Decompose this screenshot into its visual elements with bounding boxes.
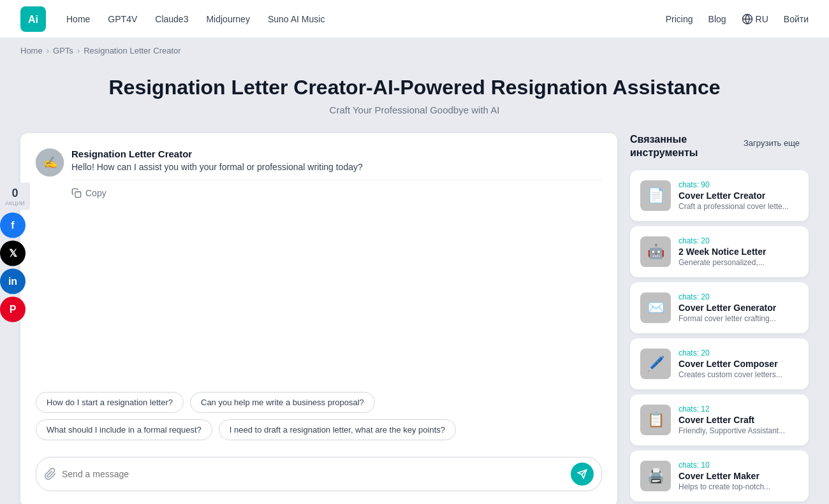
related-thumb-5: 🖨️ <box>640 461 671 491</box>
linkedin-share-button[interactable]: in <box>0 268 26 294</box>
page-title: Resignation Letter Creator-AI-Powered Re… <box>20 76 809 99</box>
bot-message: ✍ Resignation Letter Creator Hello! How … <box>36 148 602 198</box>
related-cards-container: 📄 chats: 90 Cover Letter Creator Craft a… <box>630 170 809 501</box>
header-right: Pricing Blog RU Войти <box>666 13 809 25</box>
load-more-button[interactable]: Загрузить еще <box>735 133 809 153</box>
related-name-0: Cover Letter Creator <box>679 191 798 201</box>
suggestions: How do I start a resignation letter? Can… <box>36 379 602 447</box>
send-button[interactable] <box>571 463 594 486</box>
main-nav: Home GPT4V Claude3 Midjourney Suno AI Mu… <box>66 14 666 24</box>
social-count: 0 <box>5 186 25 199</box>
suggestion-chip-3[interactable]: What should I include in a formal reques… <box>36 419 212 440</box>
related-chats-4: chats: 12 <box>679 405 798 414</box>
bot-message-content: Resignation Letter Creator Hello! How ca… <box>71 148 602 198</box>
logo[interactable]: Ai <box>20 6 46 32</box>
related-thumb-1: 🤖 <box>640 236 671 267</box>
related-card[interactable]: 🖨️ chats: 10 Cover Letter Maker Helps to… <box>630 450 809 501</box>
send-icon <box>577 469 587 479</box>
login-button[interactable]: Войти <box>784 14 809 24</box>
related-info-0: chats: 90 Cover Letter Creator Craft a p… <box>679 180 798 211</box>
related-name-2: Cover Letter Generator <box>679 303 798 313</box>
x-share-button[interactable]: 𝕏 <box>0 240 26 266</box>
svg-text:✍: ✍ <box>43 155 58 169</box>
svg-rect-5 <box>75 192 81 198</box>
related-name-4: Cover Letter Craft <box>679 415 798 425</box>
svg-text:Ai: Ai <box>28 14 38 25</box>
nav-claude3[interactable]: Claude3 <box>155 14 188 24</box>
related-chats-1: chats: 20 <box>679 236 798 245</box>
input-area <box>36 457 602 491</box>
related-name-3: Cover Letter Composer <box>679 359 798 369</box>
suggestion-row-1: How do I start a resignation letter? Can… <box>36 392 602 413</box>
related-card[interactable]: 📄 chats: 90 Cover Letter Creator Craft a… <box>630 170 809 221</box>
suggestion-row-2: What should I include in a formal reques… <box>36 419 602 440</box>
blog-link[interactable]: Blog <box>708 14 726 24</box>
main-content: ✍ Resignation Letter Creator Hello! How … <box>0 133 829 504</box>
related-desc-1: Generate personalized,... <box>679 258 798 267</box>
breadcrumb-current: Resignation Letter Creator <box>84 46 180 55</box>
related-info-4: chats: 12 Cover Letter Craft Friendly, S… <box>679 405 798 435</box>
related-thumb-0: 📄 <box>640 180 671 211</box>
breadcrumb: Home › GPTs › Resignation Letter Creator <box>0 38 829 63</box>
pricing-link[interactable]: Pricing <box>666 14 693 24</box>
bot-avatar: ✍ <box>36 148 64 176</box>
related-info-3: chats: 20 Cover Letter Composer Creates … <box>679 349 798 379</box>
nav-home[interactable]: Home <box>66 14 90 24</box>
nav-midjourney[interactable]: Midjourney <box>206 14 249 24</box>
related-name-5: Cover Letter Maker <box>679 471 798 481</box>
bot-greeting: Hello! How can I assist you with your fo… <box>71 162 602 172</box>
related-chats-5: chats: 10 <box>679 461 798 470</box>
related-card[interactable]: ✉️ chats: 20 Cover Letter Generator Form… <box>630 282 809 333</box>
breadcrumb-gpts[interactable]: GPTs <box>53 46 73 55</box>
nav-suno[interactable]: Suno AI Music <box>268 14 325 24</box>
related-card[interactable]: 🖊️ chats: 20 Cover Letter Composer Creat… <box>630 338 809 389</box>
suggestion-chip-2[interactable]: Can you help me write a business proposa… <box>190 392 375 413</box>
related-name-1: 2 Week Notice Letter <box>679 247 798 257</box>
related-desc-2: Formal cover letter crafting... <box>679 314 798 323</box>
related-card[interactable]: 📋 chats: 12 Cover Letter Craft Friendly,… <box>630 394 809 445</box>
related-card[interactable]: 🤖 chats: 20 2 Week Notice Letter Generat… <box>630 226 809 277</box>
copy-button[interactable]: Copy <box>71 188 106 198</box>
header: Ai Home GPT4V Claude3 Midjourney Suno AI… <box>0 0 829 38</box>
breadcrumb-home[interactable]: Home <box>20 46 43 55</box>
attach-button[interactable] <box>44 468 57 480</box>
related-info-2: chats: 20 Cover Letter Generator Formal … <box>679 292 798 323</box>
paperclip-icon <box>44 468 57 480</box>
copy-icon <box>71 188 82 198</box>
sidebar-title: Связанные инструменты <box>630 133 735 160</box>
related-desc-0: Craft a professional cover lette... <box>679 202 798 211</box>
social-sidebar: 0 АКЦИИ f 𝕏 in P <box>0 182 30 322</box>
related-thumb-2: ✉️ <box>640 292 671 323</box>
related-desc-4: Friendly, Supportive Assistant... <box>679 426 798 435</box>
sidebar: Связанные инструменты Загрузить еще 📄 ch… <box>630 133 809 504</box>
page-subtitle: Craft Your Professional Goodbye with AI <box>20 104 809 115</box>
suggestion-chip-1[interactable]: How do I start a resignation letter? <box>36 392 184 413</box>
breadcrumb-sep-2: › <box>77 46 80 55</box>
related-desc-3: Creates custom cover letters... <box>679 370 798 379</box>
related-thumb-4: 📋 <box>640 405 671 435</box>
social-label: АКЦИИ <box>5 199 25 206</box>
related-chats-0: chats: 90 <box>679 180 798 189</box>
related-desc-5: Helps to create top-notch... <box>679 482 798 491</box>
page-title-section: Resignation Letter Creator-AI-Powered Re… <box>0 63 829 133</box>
globe-icon <box>742 13 753 25</box>
facebook-share-button[interactable]: f <box>0 212 26 238</box>
message-input[interactable] <box>62 469 571 479</box>
related-thumb-3: 🖊️ <box>640 349 671 379</box>
logo-icon: Ai <box>20 6 46 32</box>
related-chats-3: chats: 20 <box>679 349 798 357</box>
chat-panel: ✍ Resignation Letter Creator Hello! How … <box>20 133 617 504</box>
bot-name: Resignation Letter Creator <box>71 148 602 159</box>
sidebar-header: Связанные инструменты Загрузить еще <box>630 133 809 160</box>
nav-gpt4v[interactable]: GPT4V <box>108 14 137 24</box>
suggestion-chip-4[interactable]: I need to draft a resignation letter, wh… <box>219 419 456 440</box>
language-switcher[interactable]: RU <box>742 13 768 25</box>
related-info-1: chats: 20 2 Week Notice Letter Generate … <box>679 236 798 267</box>
related-info-5: chats: 10 Cover Letter Maker Helps to cr… <box>679 461 798 491</box>
lang-label: RU <box>756 14 768 24</box>
breadcrumb-sep-1: › <box>47 46 49 55</box>
pinterest-share-button[interactable]: P <box>0 296 26 322</box>
related-chats-2: chats: 20 <box>679 292 798 301</box>
